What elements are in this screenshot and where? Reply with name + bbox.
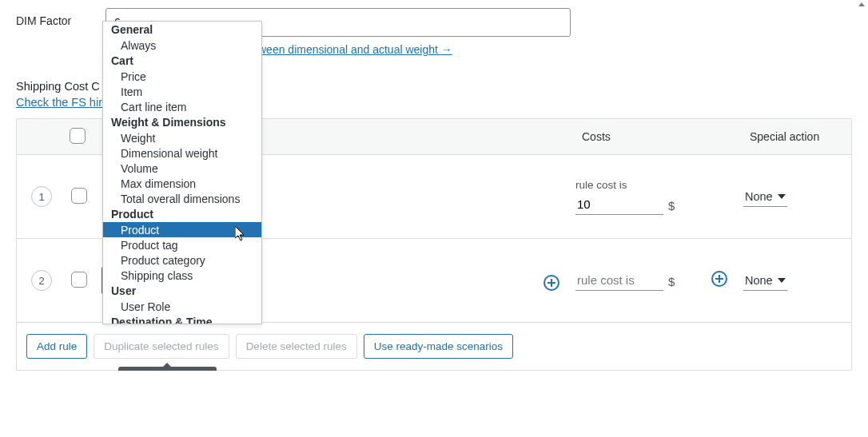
row-number: 1 — [31, 186, 52, 207]
row-checkbox[interactable] — [71, 272, 87, 288]
dropdown-item[interactable]: Max dimension — [103, 176, 261, 191]
ready-made-scenarios-button[interactable]: Use ready-made scenarios — [364, 334, 513, 359]
currency-label: $ — [668, 275, 675, 291]
dropdown-item[interactable]: Cart line item — [103, 99, 261, 114]
add-action-button[interactable] — [711, 271, 727, 287]
dropdown-item[interactable]: Shipping class — [103, 268, 261, 283]
condition-dropdown-panel[interactable]: GeneralAlwaysCartPriceItemCart line item… — [102, 21, 262, 324]
select-all-checkbox[interactable] — [70, 128, 86, 144]
dropdown-item[interactable]: Price — [103, 69, 261, 84]
dropdown-group-label: Destination & Time — [103, 314, 261, 324]
button-row: Add rule Duplicate selected rules Delete… — [17, 323, 851, 370]
dropdown-item[interactable]: Weight — [103, 130, 261, 145]
dropdown-item[interactable]: Product — [103, 222, 261, 237]
dropdown-item[interactable]: Product category — [103, 252, 261, 268]
action-value: None — [745, 274, 773, 287]
costs-header: Costs — [575, 130, 743, 143]
special-action-select[interactable]: None — [743, 271, 787, 291]
add-cost-button[interactable] — [543, 275, 559, 291]
dropdown-item[interactable]: Dimensional weight — [103, 145, 261, 161]
chevron-down-icon — [778, 194, 786, 199]
dropdown-group-label: Product — [103, 206, 261, 222]
dropdown-group-label: Cart — [103, 53, 261, 69]
scroll-up-arrow-icon[interactable] — [858, 2, 865, 6]
dropdown-item[interactable]: User Role — [103, 299, 261, 314]
rule-cost-label: rule cost is — [575, 179, 743, 191]
dropdown-item[interactable]: Total overall dimensions — [103, 191, 261, 206]
dropdown-item[interactable]: Volume — [103, 161, 261, 176]
dropdown-group-label: Weight & Dimensions — [103, 114, 261, 130]
action-value: None — [745, 190, 773, 203]
special-action-header: Special action — [743, 130, 851, 143]
rule-cost-input[interactable] — [575, 194, 663, 215]
dropdown-item[interactable]: Always — [103, 38, 261, 53]
row-number: 2 — [31, 270, 52, 291]
special-action-select[interactable]: None — [743, 187, 787, 207]
row-checkbox[interactable] — [71, 188, 87, 204]
delete-rules-button[interactable]: Delete selected rules — [236, 334, 357, 359]
currency-label: $ — [668, 199, 675, 215]
fs-hint-link[interactable]: Check the FS hin — [16, 96, 105, 109]
dropdown-item[interactable]: Item — [103, 84, 261, 99]
duplicate-rules-button[interactable]: Duplicate selected rules — [94, 334, 229, 359]
dim-factor-label: DIM Factor — [16, 0, 106, 27]
dropdown-item[interactable]: Product tag — [103, 237, 261, 252]
add-rule-button[interactable]: Add rule — [26, 334, 87, 359]
dropdown-group-label: General — [103, 22, 261, 38]
chevron-down-icon — [778, 278, 786, 283]
rule-cost-input[interactable] — [575, 270, 663, 291]
dropdown-group-label: User — [103, 283, 261, 299]
fixed-shipping-cost-tooltip: Fixed shipping cost — [118, 367, 217, 371]
